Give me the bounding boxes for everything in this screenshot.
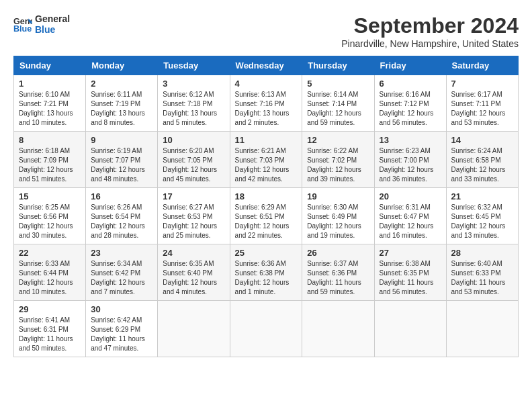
title-block: September 2024 Pinardville, New Hampshir… [341, 13, 519, 49]
col-tuesday: Tuesday [158, 56, 230, 75]
day-number: 22 [19, 248, 81, 258]
day-content: Sunrise: 6:29 AM Sunset: 6:51 PM Dayligh… [235, 203, 298, 240]
day-content: Sunrise: 6:20 AM Sunset: 7:05 PM Dayligh… [163, 146, 224, 184]
col-sunday: Sunday [14, 56, 86, 75]
calendar-cell: 18Sunrise: 6:29 AM Sunset: 6:51 PM Dayli… [230, 188, 302, 244]
day-number: 23 [91, 248, 152, 258]
calendar-cell: 5Sunrise: 6:14 AM Sunset: 7:14 PM Daylig… [302, 75, 374, 132]
calendar-cell: 3Sunrise: 6:12 AM Sunset: 7:18 PM Daylig… [158, 75, 230, 132]
calendar-cell: 26Sunrise: 6:37 AM Sunset: 6:36 PM Dayli… [302, 244, 374, 301]
day-content: Sunrise: 6:36 AM Sunset: 6:38 PM Dayligh… [235, 259, 298, 297]
day-content: Sunrise: 6:38 AM Sunset: 6:35 PM Dayligh… [380, 259, 441, 297]
day-content: Sunrise: 6:13 AM Sunset: 7:16 PM Dayligh… [235, 90, 298, 128]
day-content: Sunrise: 6:19 AM Sunset: 7:07 PM Dayligh… [91, 146, 152, 184]
day-number: 26 [307, 248, 369, 258]
day-content: Sunrise: 6:21 AM Sunset: 7:03 PM Dayligh… [235, 146, 298, 184]
header: General Blue General Blue September 2024… [13, 13, 519, 49]
day-content: Sunrise: 6:24 AM Sunset: 6:58 PM Dayligh… [451, 146, 513, 184]
calendar-cell: 17Sunrise: 6:27 AM Sunset: 6:53 PM Dayli… [158, 188, 230, 244]
col-monday: Monday [86, 56, 158, 75]
day-content: Sunrise: 6:23 AM Sunset: 7:00 PM Dayligh… [380, 146, 441, 184]
day-number: 8 [19, 135, 81, 145]
calendar-cell: 23Sunrise: 6:34 AM Sunset: 6:42 PM Dayli… [86, 244, 158, 301]
calendar-cell: 9Sunrise: 6:19 AM Sunset: 7:07 PM Daylig… [86, 132, 158, 188]
calendar-week-row: 1Sunrise: 6:10 AM Sunset: 7:21 PM Daylig… [14, 75, 519, 132]
day-content: Sunrise: 6:41 AM Sunset: 6:31 PM Dayligh… [19, 316, 81, 353]
day-content: Sunrise: 6:25 AM Sunset: 6:56 PM Dayligh… [19, 203, 81, 240]
day-number: 20 [380, 191, 441, 201]
day-number: 29 [19, 304, 81, 314]
day-number: 12 [307, 135, 369, 145]
day-number: 4 [235, 79, 298, 89]
day-number: 17 [163, 191, 224, 201]
day-content: Sunrise: 6:18 AM Sunset: 7:09 PM Dayligh… [19, 146, 81, 184]
logo-general: General [35, 13, 70, 24]
day-content: Sunrise: 6:10 AM Sunset: 7:21 PM Dayligh… [19, 90, 81, 128]
day-number: 16 [91, 191, 152, 201]
day-number: 18 [235, 191, 298, 201]
calendar-week-row: 29Sunrise: 6:41 AM Sunset: 6:31 PM Dayli… [14, 301, 519, 357]
day-content: Sunrise: 6:35 AM Sunset: 6:40 PM Dayligh… [163, 259, 224, 297]
day-content: Sunrise: 6:31 AM Sunset: 6:47 PM Dayligh… [380, 203, 441, 240]
logo-blue: Blue [35, 24, 70, 35]
calendar-cell: 28Sunrise: 6:40 AM Sunset: 6:33 PM Dayli… [446, 244, 518, 301]
day-number: 19 [307, 191, 369, 201]
calendar-cell: 11Sunrise: 6:21 AM Sunset: 7:03 PM Dayli… [230, 132, 302, 188]
calendar-cell: 29Sunrise: 6:41 AM Sunset: 6:31 PM Dayli… [14, 301, 86, 357]
day-number: 30 [91, 304, 152, 314]
calendar-cell: 1Sunrise: 6:10 AM Sunset: 7:21 PM Daylig… [14, 75, 86, 132]
calendar-cell [302, 301, 374, 357]
calendar-cell: 22Sunrise: 6:33 AM Sunset: 6:44 PM Dayli… [14, 244, 86, 301]
day-number: 24 [163, 248, 224, 258]
calendar-week-row: 8Sunrise: 6:18 AM Sunset: 7:09 PM Daylig… [14, 132, 519, 188]
col-thursday: Thursday [302, 56, 374, 75]
calendar-cell: 10Sunrise: 6:20 AM Sunset: 7:05 PM Dayli… [158, 132, 230, 188]
day-number: 7 [451, 79, 513, 89]
calendar-cell: 27Sunrise: 6:38 AM Sunset: 6:35 PM Dayli… [374, 244, 446, 301]
logo-icon: General Blue [13, 15, 32, 34]
calendar-cell: 4Sunrise: 6:13 AM Sunset: 7:16 PM Daylig… [230, 75, 302, 132]
calendar-cell: 12Sunrise: 6:22 AM Sunset: 7:02 PM Dayli… [302, 132, 374, 188]
main-title: September 2024 [341, 13, 519, 38]
calendar-cell: 21Sunrise: 6:32 AM Sunset: 6:45 PM Dayli… [446, 188, 518, 244]
day-content: Sunrise: 6:12 AM Sunset: 7:18 PM Dayligh… [163, 90, 224, 128]
calendar-cell: 25Sunrise: 6:36 AM Sunset: 6:38 PM Dayli… [230, 244, 302, 301]
svg-text:Blue: Blue [13, 24, 32, 34]
day-content: Sunrise: 6:40 AM Sunset: 6:33 PM Dayligh… [451, 259, 513, 297]
col-saturday: Saturday [446, 56, 518, 75]
day-number: 9 [91, 135, 152, 145]
calendar-cell: 30Sunrise: 6:42 AM Sunset: 6:29 PM Dayli… [86, 301, 158, 357]
calendar-cell: 8Sunrise: 6:18 AM Sunset: 7:09 PM Daylig… [14, 132, 86, 188]
day-content: Sunrise: 6:37 AM Sunset: 6:36 PM Dayligh… [307, 259, 369, 297]
calendar-cell: 24Sunrise: 6:35 AM Sunset: 6:40 PM Dayli… [158, 244, 230, 301]
day-number: 2 [91, 79, 152, 89]
day-content: Sunrise: 6:27 AM Sunset: 6:53 PM Dayligh… [163, 203, 224, 240]
day-content: Sunrise: 6:30 AM Sunset: 6:49 PM Dayligh… [307, 203, 369, 240]
day-content: Sunrise: 6:22 AM Sunset: 7:02 PM Dayligh… [307, 146, 369, 184]
day-number: 1 [19, 79, 81, 89]
calendar-cell: 2Sunrise: 6:11 AM Sunset: 7:19 PM Daylig… [86, 75, 158, 132]
day-number: 14 [451, 135, 513, 145]
subtitle: Pinardville, New Hampshire, United State… [341, 38, 519, 49]
day-content: Sunrise: 6:33 AM Sunset: 6:44 PM Dayligh… [19, 259, 81, 297]
calendar-table: Sunday Monday Tuesday Wednesday Thursday… [13, 56, 519, 357]
calendar-cell [230, 301, 302, 357]
day-number: 10 [163, 135, 224, 145]
calendar-cell: 19Sunrise: 6:30 AM Sunset: 6:49 PM Dayli… [302, 188, 374, 244]
day-content: Sunrise: 6:26 AM Sunset: 6:54 PM Dayligh… [91, 203, 152, 240]
calendar-cell [374, 301, 446, 357]
col-friday: Friday [374, 56, 446, 75]
calendar-cell: 15Sunrise: 6:25 AM Sunset: 6:56 PM Dayli… [14, 188, 86, 244]
calendar-cell: 14Sunrise: 6:24 AM Sunset: 6:58 PM Dayli… [446, 132, 518, 188]
calendar-cell: 6Sunrise: 6:16 AM Sunset: 7:12 PM Daylig… [374, 75, 446, 132]
calendar-header-row: Sunday Monday Tuesday Wednesday Thursday… [14, 56, 519, 75]
day-content: Sunrise: 6:14 AM Sunset: 7:14 PM Dayligh… [307, 90, 369, 128]
calendar-cell: 7Sunrise: 6:17 AM Sunset: 7:11 PM Daylig… [446, 75, 518, 132]
day-number: 11 [235, 135, 298, 145]
day-number: 3 [163, 79, 224, 89]
day-content: Sunrise: 6:11 AM Sunset: 7:19 PM Dayligh… [91, 90, 152, 128]
col-wednesday: Wednesday [230, 56, 302, 75]
day-content: Sunrise: 6:32 AM Sunset: 6:45 PM Dayligh… [451, 203, 513, 240]
day-content: Sunrise: 6:42 AM Sunset: 6:29 PM Dayligh… [91, 316, 152, 353]
day-number: 21 [451, 191, 513, 201]
